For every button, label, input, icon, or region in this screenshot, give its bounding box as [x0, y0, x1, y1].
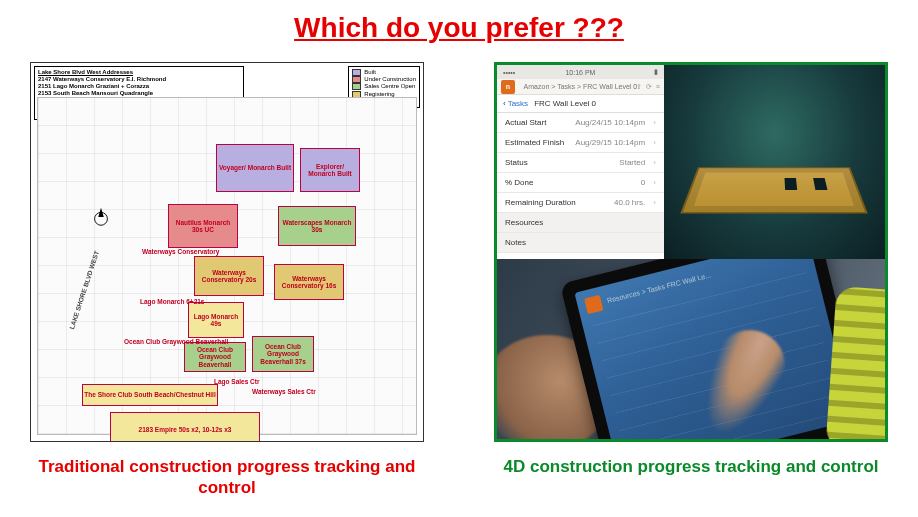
- siteplan-block: Waterscapes Monarch 30s: [278, 206, 356, 246]
- chevron-right-icon: ›: [653, 138, 656, 147]
- panel-4d: ••••• 10:16 PM ▮ n Amazon > Tasks > FRC …: [494, 62, 888, 477]
- field-value: Aug/24/15 10:14pm: [575, 118, 645, 127]
- app-breadcrumb: Amazon > Tasks > FRC Wall Level 0: [524, 83, 638, 90]
- siteplan-label: Lago Monarch 6+21s: [140, 298, 204, 305]
- siteplan-grid: Voyager/ Monarch BuiltExplorer/ Monarch …: [37, 97, 417, 435]
- caption-traditional: Traditional construction progress tracki…: [30, 442, 424, 499]
- siteplan-block: The Shore Club South Beach/Chestnut Hill: [82, 384, 218, 406]
- chevron-right-icon: ›: [653, 178, 656, 187]
- legend-swatch: [352, 69, 361, 76]
- siteplan-block: Waterways Conservatory 20s: [194, 256, 264, 296]
- app-fields: Actual StartAug/24/15 10:14pm›Estimated …: [497, 113, 664, 259]
- siteplan-block: Lago Monarch 49s: [188, 302, 244, 338]
- app-field-row[interactable]: StatusStarted›: [497, 153, 664, 173]
- caption-4d: 4D construction progress tracking and co…: [494, 442, 888, 477]
- field-label: Estimated Finish: [505, 138, 564, 147]
- siteplan-addr-1: 2151 Lago Monarch Graziani + Corazza: [38, 83, 240, 90]
- app-field-row[interactable]: Notes: [497, 233, 664, 253]
- hi-vis-vest: [825, 286, 885, 439]
- siteplan-block: 2183 Empire 50s x2, 10-12s x3: [110, 412, 260, 442]
- legend-item: Built: [352, 69, 416, 76]
- chevron-right-icon: ›: [653, 158, 656, 167]
- siteplan-block: Ocean Club Graywood Beaverhall 37s: [252, 336, 314, 372]
- battery-icon: ▮: [654, 68, 658, 76]
- siteplan-label: LAKE SHORE BLVD WEST: [68, 250, 100, 330]
- panel-traditional: Lake Shore Blvd West Addresses 2147 Wate…: [30, 62, 424, 499]
- chevron-right-icon: ›: [653, 198, 656, 207]
- siteplan-label: Ocean Club Graywood Beaverhall: [124, 338, 228, 345]
- field-value: 40.0 hrs.: [614, 198, 645, 207]
- siteplan-label: Lago Sales Ctr: [214, 378, 260, 385]
- app-nav-bar: Tasks FRC Wall Level 0: [497, 95, 664, 113]
- tablet-app-screenshot: ••••• 10:16 PM ▮ n Amazon > Tasks > FRC …: [497, 65, 885, 259]
- siteplan-label: Waterways Conservatory: [142, 248, 219, 255]
- app-title-bar: n Amazon > Tasks > FRC Wall Level 0 ⇪ ⟳ …: [497, 79, 664, 95]
- signal-icon: •••••: [503, 69, 515, 76]
- field-label: Remaining Duration: [505, 198, 576, 207]
- app-field-row[interactable]: % Done0›: [497, 173, 664, 193]
- share-icon[interactable]: ⇪: [636, 83, 642, 91]
- field-value: 0: [641, 178, 645, 187]
- 3d-wall-model: [681, 167, 869, 213]
- siteplan-block: Ocean Club Graywood Beaverhall: [184, 342, 246, 372]
- siteplan-addr-0: 2147 Waterways Conservatory E.I. Richmon…: [38, 76, 240, 83]
- field-value: Aug/29/15 10:14pm: [575, 138, 645, 147]
- siteplan-label: Waterways Sales Ctr: [252, 388, 316, 395]
- siteplan-header-title: Lake Shore Blvd West Addresses: [38, 69, 240, 76]
- app-logo-icon: n: [501, 80, 515, 94]
- app-field-row[interactable]: Estimated FinishAug/29/15 10:14pm›: [497, 133, 664, 153]
- status-time: 10:16 PM: [565, 69, 595, 76]
- app-field-row[interactable]: Resources: [497, 213, 664, 233]
- legend-swatch: [352, 76, 361, 83]
- comparison-row: Lake Shore Blvd West Addresses 2147 Wate…: [0, 44, 918, 499]
- field-label: Resources: [505, 218, 543, 227]
- legend-label: Sales Centre Open: [364, 83, 415, 90]
- 4d-image: ••••• 10:16 PM ▮ n Amazon > Tasks > FRC …: [494, 62, 888, 442]
- field-label: Status: [505, 158, 528, 167]
- app-field-row[interactable]: Remaining Duration40.0 hrs.›: [497, 193, 664, 213]
- field-label: % Done: [505, 178, 533, 187]
- chevron-right-icon: ›: [653, 118, 656, 127]
- legend-item: Sales Centre Open: [352, 83, 416, 90]
- field-label: Actual Start: [505, 118, 546, 127]
- legend-item: Under Construction: [352, 76, 416, 83]
- app-detail-pane: ••••• 10:16 PM ▮ n Amazon > Tasks > FRC …: [497, 65, 664, 259]
- app-page-title: FRC Wall Level 0: [534, 99, 596, 108]
- legend-label: Built: [364, 69, 376, 76]
- siteplan-block: Nautilus Monarch 30s UC: [168, 204, 238, 248]
- siteplan-block: Explorer/ Monarch Built: [300, 148, 360, 192]
- siteplan-block: Voyager/ Monarch Built: [216, 144, 294, 192]
- compass-icon: [90, 206, 112, 228]
- siteplan-block: Waterways Conservatory 16s: [274, 264, 344, 300]
- legend-label: Under Construction: [364, 76, 416, 83]
- siteplan-image: Lake Shore Blvd West Addresses 2147 Wate…: [30, 62, 424, 442]
- back-button[interactable]: Tasks: [503, 99, 528, 108]
- field-value: Started: [619, 158, 645, 167]
- sync-icon[interactable]: ⟳: [646, 83, 652, 91]
- menu-icon[interactable]: ≡: [656, 83, 660, 91]
- status-bar: ••••• 10:16 PM ▮: [497, 65, 664, 79]
- siteplan-addr-2: 2153 South Beach Mansouri Quadrangle: [38, 90, 240, 97]
- 3d-model-viewport[interactable]: [664, 65, 885, 259]
- tablet-photo: Resources > Tasks FRC Wall Le...: [497, 259, 885, 439]
- app-field-row[interactable]: Actual StartAug/24/15 10:14pm›: [497, 113, 664, 133]
- slide-title: Which do you prefer ???: [0, 0, 918, 44]
- field-label: Notes: [505, 238, 526, 247]
- legend-swatch: [352, 83, 361, 90]
